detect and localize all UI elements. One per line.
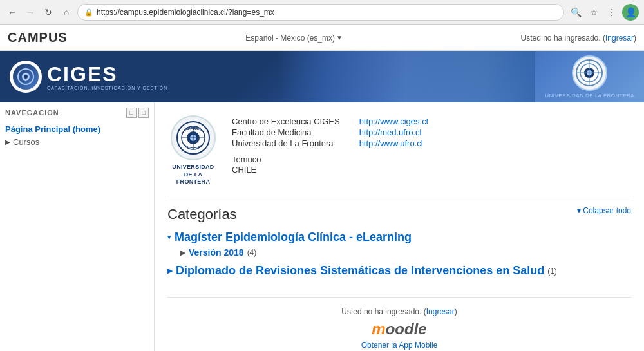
moodle-logo: m oodle	[177, 320, 621, 338]
url-bar[interactable]: 🔒 https://campus.epidemiologiaclinica.cl…	[77, 4, 564, 21]
home-icon: ⌂	[64, 7, 69, 17]
category-magister-arrow-icon: ▾	[167, 233, 171, 242]
forward-button[interactable]: →	[23, 5, 37, 19]
ciges-icon	[10, 61, 42, 93]
sub-category-version2018: ▶ Versión 2018 (4)	[180, 247, 631, 258]
url-text: https://campus.epidemiologiaclinica.cl/?…	[97, 8, 274, 17]
content-area: UFRO UNIVERSIDAD DE LA FRONTERA Centro d…	[155, 102, 644, 351]
avatar-image: 👤	[625, 7, 636, 17]
categories-section: ▾ Colapsar todo Categorías ▾ Magíster Ep…	[167, 206, 631, 284]
bookmark-button[interactable]: ☆	[586, 5, 601, 20]
faculty-url-link[interactable]: http://med.ufro.cl	[359, 128, 428, 137]
menu-button[interactable]: ⋮	[604, 5, 620, 20]
sidebar-courses-arrow-icon: ▶	[5, 138, 10, 146]
ciges-logo: CIGES CAPACITACIÓN, INVESTIGACIÓN Y GEST…	[10, 61, 167, 93]
sidebar-nav-header: NAVEGACIÓN □ □	[5, 108, 149, 118]
moodle-app-link[interactable]: Obtener la App Mobile	[177, 341, 621, 350]
page-footer: Usted no ha ingresado. (Ingresar) m oodl…	[167, 297, 631, 351]
city-text: Temuco	[232, 155, 428, 164]
country-text: CHILE	[232, 165, 428, 175]
collapse-all-label: Colapsar todo	[583, 206, 631, 215]
info-block: UFRO UNIVERSIDAD DE LA FRONTERA Centro d…	[167, 109, 631, 196]
site-banner: CIGES CAPACITACIÓN, INVESTIGACIÓN Y GEST…	[0, 51, 644, 102]
collapse-arrow-icon: ▾	[577, 206, 581, 215]
banner-logo-area: CIGES CAPACITACIÓN, INVESTIGACIÓN Y GEST…	[0, 55, 177, 98]
univ-crest: UFRO	[171, 115, 216, 160]
version2018-link[interactable]: Versión 2018	[189, 247, 244, 258]
sidebar-item-courses[interactable]: ▶ Cursos	[5, 135, 149, 149]
ciges-url-link[interactable]: http://www.ciges.cl	[359, 117, 428, 126]
banner-right: UNIVERSIDAD DE LA FRONTERA	[535, 51, 644, 102]
ciges-icon-inner	[13, 64, 39, 90]
moodle-m-letter: m	[372, 320, 385, 338]
ufro-logo-svg	[575, 59, 604, 88]
footer-login-link[interactable]: Ingresar	[426, 307, 455, 316]
category-diplomado-arrow-icon: ▶	[167, 267, 173, 275]
info-col-labels: Centro de Excelencia CIGES Facultad de M…	[232, 115, 340, 149]
univ-name-text: UNIVERSIDAD DE LA FRONTERA	[167, 164, 219, 186]
home-button[interactable]: ⌂	[59, 5, 73, 19]
category-item-magister: ▾ Magíster Epidemiología Clínica - eLear…	[167, 231, 631, 258]
ciges-main-text: CIGES	[47, 64, 167, 84]
lang-arrow-icon: ▼	[336, 34, 343, 41]
search-icon: 🔍	[571, 7, 582, 17]
sidebar-courses-label: Cursos	[13, 137, 39, 147]
login-link[interactable]: Ingresar	[605, 33, 634, 43]
sidebar: NAVEGACIÓN □ □ Página Principal (home) ▶…	[0, 102, 155, 351]
ufro-logo	[572, 55, 607, 91]
language-selector[interactable]: Español - México (es_mx) ▼	[245, 33, 343, 43]
univ-crest-svg: UFRO	[176, 120, 211, 156]
ciges-label: Centro de Excelencia CIGES	[232, 117, 340, 126]
info-text: Centro de Excelencia CIGES Facultad de M…	[232, 115, 428, 175]
browser-toolbar: ← → ↻ ⌂ 🔒 https://campus.epidemiologiacl…	[0, 0, 644, 24]
univ-logo-container: UFRO UNIVERSIDAD DE LA FRONTERA	[167, 115, 219, 186]
nav-expand-icon[interactable]: □	[138, 108, 149, 118]
moodle-rest-text: oodle	[386, 320, 427, 338]
ciges-icon-svg	[16, 67, 35, 86]
toolbar-right: 🔍 ☆ ⋮ 👤	[568, 4, 639, 21]
diplomado-count: (1)	[547, 267, 557, 276]
sidebar-home-link[interactable]: Página Principal (home)	[5, 123, 149, 135]
category-diplomado-title: Diplomado de Revisiones Sistemáticas de …	[176, 264, 544, 278]
faculty-label: Facultad de Medicina	[232, 128, 340, 137]
ufro-text: UNIVERSIDAD DE LA FRONTERA	[545, 93, 634, 99]
campus-title: CAMPUS	[8, 30, 68, 45]
back-button[interactable]: ←	[5, 5, 19, 19]
forward-icon: →	[26, 7, 35, 17]
nav-icons: □ □	[126, 108, 149, 118]
version2018-count: (4)	[247, 248, 257, 257]
menu-icon: ⋮	[607, 7, 616, 17]
lock-icon: 🔒	[84, 8, 93, 17]
university-url-link[interactable]: http://www.ufro.cl	[359, 138, 428, 148]
category-diplomado-link[interactable]: ▶ Diplomado de Revisiones Sistemáticas d…	[167, 264, 631, 278]
ciges-sub-text: CAPACITACIÓN, INVESTIGACIÓN Y GESTIÓN	[47, 86, 167, 90]
category-magister-link[interactable]: ▾ Magíster Epidemiología Clínica - eLear…	[167, 231, 631, 244]
category-item-diplomado: ▶ Diplomado de Revisiones Sistemáticas d…	[167, 264, 631, 278]
nav-label: NAVEGACIÓN	[5, 109, 59, 117]
browser-chrome: ← → ↻ ⌂ 🔒 https://campus.epidemiologiacl…	[0, 0, 644, 25]
footer-login-text: Usted no ha ingresado. (Ingresar)	[177, 307, 621, 316]
search-button[interactable]: 🔍	[568, 5, 583, 20]
university-label: Universidad de La Frontera	[232, 138, 340, 148]
profile-avatar[interactable]: 👤	[622, 4, 639, 21]
reload-button[interactable]: ↻	[41, 5, 55, 19]
not-logged-text: Usted no ha ingresado.	[521, 33, 601, 43]
main-layout: NAVEGACIÓN □ □ Página Principal (home) ▶…	[0, 102, 644, 351]
banner-building-image	[278, 51, 535, 102]
star-icon: ☆	[590, 7, 598, 17]
info-links: Centro de Excelencia CIGES Facultad de M…	[232, 115, 428, 149]
banner-middle	[177, 51, 535, 102]
lang-text: Español - México (es_mx)	[245, 33, 335, 43]
collapse-all-link[interactable]: ▾ Colapsar todo	[577, 206, 631, 215]
sub-arrow-icon: ▶	[180, 249, 185, 257]
back-icon: ←	[8, 7, 17, 17]
categories-title: Categorías	[167, 206, 631, 223]
reload-icon: ↻	[44, 7, 52, 17]
page-header-bar: CAMPUS Español - México (es_mx) ▼ Usted …	[0, 25, 644, 51]
info-col-links: http://www.ciges.cl http://med.ufro.cl h…	[359, 115, 428, 149]
category-magister-title: Magíster Epidemiología Clínica - eLearni…	[175, 231, 412, 244]
nav-collapse-icon[interactable]: □	[126, 108, 137, 118]
ciges-text-area: CIGES CAPACITACIÓN, INVESTIGACIÓN Y GEST…	[47, 64, 167, 90]
login-info: Usted no ha ingresado. (Ingresar)	[521, 33, 636, 43]
info-location: Temuco CHILE	[232, 155, 428, 175]
